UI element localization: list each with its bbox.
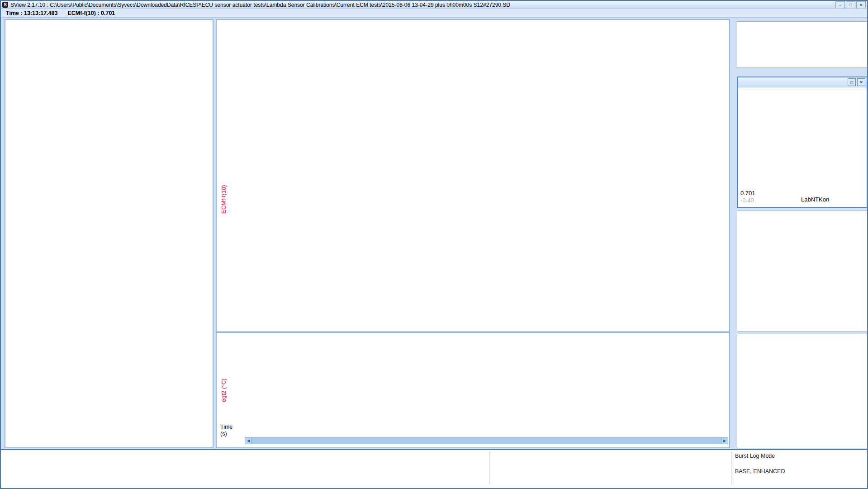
status-divider bbox=[731, 452, 731, 484]
scatter-window[interactable]: □ ✕ 0.701 -0.40 LabNTKon bbox=[737, 77, 868, 208]
log-mode-text: Burst Log Mode BASE, ENHANCED bbox=[735, 452, 785, 476]
scatter-close-icon[interactable]: ✕ bbox=[857, 78, 865, 86]
cursor-readout: Time : 13:13:17.483 ECMf-f(10) : 0.701 bbox=[6, 10, 115, 16]
minimize-icon[interactable]: – bbox=[835, 1, 845, 8]
lam4error-histogram-panel[interactable] bbox=[5, 19, 213, 448]
log-mode-value: BASE, ENHANCED bbox=[735, 468, 785, 475]
scrollbar-thumb[interactable] bbox=[251, 438, 721, 444]
menubar: Time : 13:13:17.483 ECMf-f(10) : 0.701 bbox=[1, 9, 867, 18]
window-controls: – □ ✕ bbox=[835, 1, 866, 8]
scroll-right-icon[interactable]: ▶ bbox=[721, 438, 728, 444]
log-mode-title: Burst Log Mode bbox=[735, 452, 785, 460]
app-window: S SView 2.17.10 : C:\Users\Public\Docume… bbox=[0, 0, 868, 489]
status-bar: Burst Log Mode BASE, ENHANCED bbox=[1, 449, 867, 489]
scatter-titlebar: □ ✕ bbox=[738, 77, 867, 87]
scatter-maximize-icon[interactable]: □ bbox=[848, 78, 856, 86]
time-scrollbar[interactable]: ◀ ▶ bbox=[245, 437, 728, 444]
scroll-left-icon[interactable]: ◀ bbox=[245, 438, 251, 444]
empty-dock-panel bbox=[737, 210, 868, 331]
status-divider bbox=[489, 452, 489, 484]
window-title: SView 2.17.10 : C:\Users\Public\Document… bbox=[10, 2, 510, 8]
bottom-chart[interactable] bbox=[217, 333, 729, 436]
main-channels-legend bbox=[737, 21, 868, 68]
close-icon[interactable]: ✕ bbox=[856, 1, 866, 8]
maximize-icon[interactable]: □ bbox=[846, 1, 855, 8]
menu-separator bbox=[3, 10, 3, 17]
scatter-cursor-y-value: -0.40 bbox=[740, 197, 754, 204]
main-chart-panel[interactable]: ECMf-f(10) bbox=[216, 19, 730, 332]
cursor-value: ECMf-f(10) : 0.701 bbox=[67, 10, 115, 16]
scatter-xlabel: LabNTKon bbox=[801, 196, 829, 203]
titlebar: S SView 2.17.10 : C:\Users\Public\Docume… bbox=[1, 1, 867, 9]
main-chart[interactable] bbox=[217, 20, 729, 331]
app-icon: S bbox=[2, 2, 8, 8]
scatter-chart[interactable] bbox=[738, 87, 867, 207]
scatter-cursor-x-value: 0.701 bbox=[740, 190, 755, 197]
bottom-chart-panel[interactable]: egt2 (°C) Time (s) ◀ ▶ bbox=[216, 332, 730, 448]
cursor-time: Time : 13:13:17.483 bbox=[6, 10, 57, 16]
bottom-channels-legend bbox=[737, 334, 868, 448]
